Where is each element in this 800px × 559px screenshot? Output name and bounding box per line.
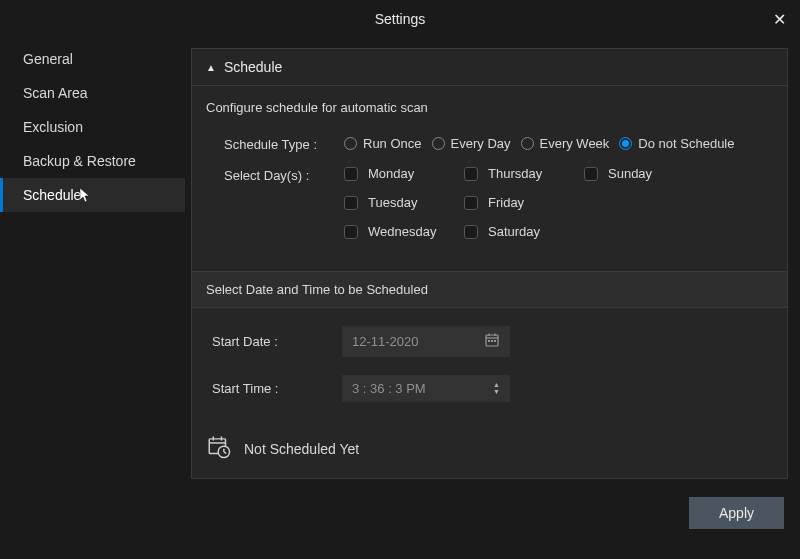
footer: Apply [191,479,788,543]
checkbox-icon [344,225,358,239]
panel-title: Schedule [224,59,282,75]
calendar-icon[interactable] [484,332,500,351]
checkbox-thursday[interactable]: Thursday [464,166,584,181]
checkbox-tuesday[interactable]: Tuesday [344,195,464,210]
status-row: Not Scheduled Yet [192,430,787,478]
checkbox-icon [344,167,358,181]
sidebar-item-exclusion[interactable]: Exclusion [0,110,185,144]
day-label: Saturday [488,224,540,239]
day-label: Thursday [488,166,542,181]
checkbox-monday[interactable]: Monday [344,166,464,181]
schedule-form: Schedule Type : Run Once Every Day Every… [192,135,787,271]
sidebar: General Scan Area Exclusion Backup & Res… [0,38,185,559]
radio-label: Every Day [451,136,511,151]
chevron-up-icon: ▲ [206,62,216,73]
start-time-row: Start Time : 3 : 36 : 3 PM ▲▼ [212,375,767,402]
main-container: General Scan Area Exclusion Backup & Res… [0,38,800,559]
panel-description: Configure schedule for automatic scan [192,86,787,135]
sidebar-item-backup-restore[interactable]: Backup & Restore [0,144,185,178]
datetime-area: Start Date : 12-11-2020 Start Time : 3 :… [192,308,787,430]
days-grid: Monday Thursday Sunday Tuesday Friday We… [344,166,684,239]
start-time-input[interactable]: 3 : 36 : 3 PM ▲▼ [342,375,510,402]
cursor-icon [79,187,93,206]
sidebar-item-label: Schedule [23,187,81,203]
day-label: Monday [368,166,414,181]
datetime-section-header: Select Date and Time to be Scheduled [192,271,787,308]
main-panel: ▲ Schedule Configure schedule for automa… [185,38,800,559]
day-label: Friday [488,195,524,210]
spinner-down-icon[interactable]: ▼ [493,389,500,395]
select-days-row: Select Day(s) : Monday Thursday Sunday T… [224,166,755,239]
select-days-label: Select Day(s) : [224,166,344,239]
schedule-type-label: Schedule Type : [224,135,344,152]
sidebar-item-label: Exclusion [23,119,83,135]
checkbox-saturday[interactable]: Saturday [464,224,584,239]
svg-rect-5 [491,340,493,342]
time-spinner[interactable]: ▲▼ [493,382,500,395]
radio-label: Every Week [540,136,610,151]
checkbox-wednesday[interactable]: Wednesday [344,224,464,239]
radio-every-week[interactable]: Every Week [521,136,610,151]
checkbox-icon [584,167,598,181]
close-icon[interactable]: ✕ [773,10,786,29]
sidebar-item-label: Backup & Restore [23,153,136,169]
window-title: Settings [375,11,426,27]
radio-do-not-schedule[interactable]: Do not Schedule [619,136,734,151]
schedule-status-icon [206,434,232,464]
status-text: Not Scheduled Yet [244,441,359,457]
radio-run-once[interactable]: Run Once [344,136,422,151]
checkbox-sunday[interactable]: Sunday [584,166,684,181]
sidebar-item-scan-area[interactable]: Scan Area [0,76,185,110]
day-label: Wednesday [368,224,436,239]
checkbox-icon [464,196,478,210]
radio-every-day[interactable]: Every Day [432,136,511,151]
radio-label: Do not Schedule [638,136,734,151]
checkbox-icon [464,167,478,181]
sidebar-item-label: General [23,51,73,67]
svg-rect-4 [488,340,490,342]
schedule-type-radios: Run Once Every Day Every Week Do not Sch… [344,135,734,152]
sidebar-item-label: Scan Area [23,85,88,101]
checkbox-friday[interactable]: Friday [464,195,584,210]
radio-label: Run Once [363,136,422,151]
start-date-row: Start Date : 12-11-2020 [212,326,767,357]
title-bar: Settings ✕ [0,0,800,38]
apply-label: Apply [719,505,754,521]
sidebar-item-schedule[interactable]: Schedule [0,178,185,212]
checkbox-icon [344,196,358,210]
start-date-input[interactable]: 12-11-2020 [342,326,510,357]
panel-header[interactable]: ▲ Schedule [192,49,787,86]
svg-rect-6 [494,340,496,342]
day-label: Tuesday [368,195,417,210]
day-label: Sunday [608,166,652,181]
checkbox-icon [464,225,478,239]
sidebar-item-general[interactable]: General [0,42,185,76]
schedule-type-row: Schedule Type : Run Once Every Day Every… [224,135,755,152]
start-date-value: 12-11-2020 [352,334,419,349]
apply-button[interactable]: Apply [689,497,784,529]
schedule-panel: ▲ Schedule Configure schedule for automa… [191,48,788,479]
start-time-value: 3 : 36 : 3 PM [352,381,426,396]
start-date-label: Start Date : [212,334,342,349]
start-time-label: Start Time : [212,381,342,396]
